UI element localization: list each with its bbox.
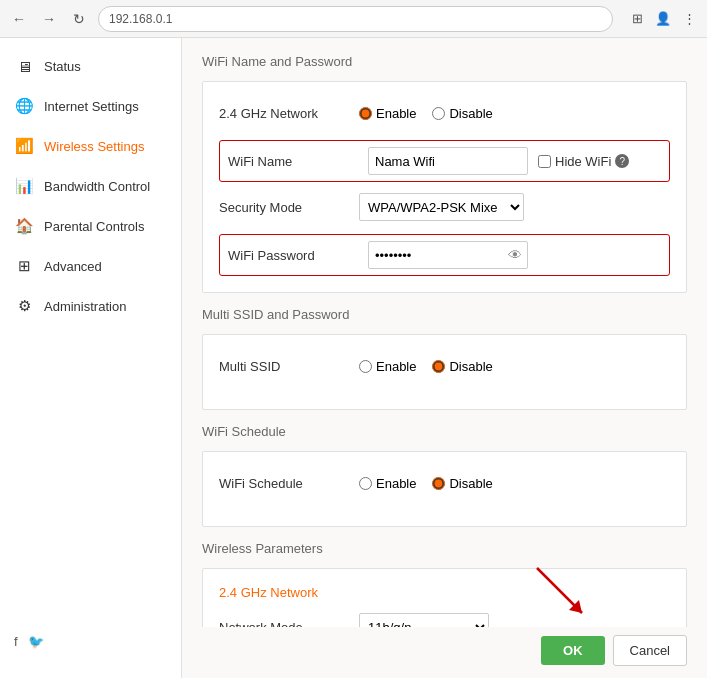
multi-ssid-enable-radio[interactable] — [359, 360, 372, 373]
status-icon: 🖥 — [14, 56, 34, 76]
wireless-params-title: Wireless Parameters — [202, 541, 687, 556]
sidebar-item-status[interactable]: 🖥 Status — [0, 46, 181, 86]
parental-icon: 🏠 — [14, 216, 34, 236]
multi-ssid-disable-text: Disable — [449, 359, 492, 374]
wireless-params-card: 2.4 GHz Network Network Mode 11b/g/n 11b… — [202, 568, 687, 627]
bandwidth-icon: 📊 — [14, 176, 34, 196]
eye-icon[interactable]: 👁 — [508, 247, 522, 263]
sidebar-item-wireless-settings[interactable]: 📶 Wireless Settings — [0, 126, 181, 166]
wifi-schedule-enable-text: Enable — [376, 476, 416, 491]
sidebar-item-parental-controls[interactable]: 🏠 Parental Controls — [0, 206, 181, 246]
network-24-radio-group: Enable Disable — [359, 106, 670, 121]
back-button[interactable]: ← — [8, 8, 30, 30]
sidebar-label-parental: Parental Controls — [44, 219, 144, 234]
network-24-disable-text: Disable — [449, 106, 492, 121]
sidebar-label-wireless: Wireless Settings — [44, 139, 144, 154]
wifi-schedule-card: WiFi Schedule Enable Disable — [202, 451, 687, 527]
multi-ssid-title: Multi SSID and Password — [202, 307, 687, 322]
network-mode-row: Network Mode 11b/g/n 11b/g 11n 11b — [219, 612, 670, 627]
network-24-enable-radio[interactable] — [359, 107, 372, 120]
sidebar-label-status: Status — [44, 59, 81, 74]
profile-icon: 👤 — [653, 9, 673, 29]
multi-ssid-disable-label[interactable]: Disable — [432, 359, 492, 374]
network-24-enable-label[interactable]: Enable — [359, 106, 416, 121]
sidebar-item-administration[interactable]: ⚙ Administration — [0, 286, 181, 326]
multi-ssid-radio-group: Enable Disable — [359, 359, 670, 374]
wifi-schedule-label: WiFi Schedule — [219, 476, 359, 491]
password-input-wrap: 👁 — [368, 241, 528, 269]
browser-icons: ⊞ 👤 ⋮ — [627, 9, 699, 29]
cancel-button[interactable]: Cancel — [613, 635, 687, 666]
wifi-schedule-disable-radio[interactable] — [432, 477, 445, 490]
wifi-schedule-enable-radio[interactable] — [359, 477, 372, 490]
network-24-label: 2.4 GHz Network — [219, 106, 359, 121]
sidebar-item-bandwidth-control[interactable]: 📊 Bandwidth Control — [0, 166, 181, 206]
wifi-name-label: WiFi Name — [228, 154, 368, 169]
multi-ssid-row: Multi SSID Enable Disable — [219, 351, 670, 381]
address-bar[interactable]: 192.168.0.1 — [98, 6, 613, 32]
security-mode-label: Security Mode — [219, 200, 359, 215]
sidebar: 🖥 Status 🌐 Internet Settings 📶 Wireless … — [0, 38, 182, 678]
multi-ssid-disable-radio[interactable] — [432, 360, 445, 373]
sidebar-item-advanced[interactable]: ⊞ Advanced — [0, 246, 181, 286]
refresh-button[interactable]: ↻ — [68, 8, 90, 30]
wifi-password-input[interactable] — [368, 241, 528, 269]
security-mode-row: Security Mode WPA/WPA2-PSK Mixe WPA2-PSK… — [219, 192, 670, 222]
wifi-schedule-disable-text: Disable — [449, 476, 492, 491]
security-mode-select[interactable]: WPA/WPA2-PSK Mixe WPA2-PSK WPA-PSK None — [359, 193, 524, 221]
multi-ssid-enable-label[interactable]: Enable — [359, 359, 416, 374]
browser-chrome: ← → ↻ 192.168.0.1 ⊞ 👤 ⋮ — [0, 0, 707, 38]
sidebar-label-bandwidth: Bandwidth Control — [44, 179, 150, 194]
multi-ssid-card: Multi SSID Enable Disable — [202, 334, 687, 410]
wifi-schedule-row: WiFi Schedule Enable Disable — [219, 468, 670, 498]
hide-wifi-checkbox[interactable] — [538, 155, 551, 168]
forward-button[interactable]: → — [38, 8, 60, 30]
wifi-password-row: WiFi Password 👁 — [219, 234, 670, 276]
multi-ssid-label: Multi SSID — [219, 359, 359, 374]
wireless-icon: 📶 — [14, 136, 34, 156]
wifi-schedule-radio-group: Enable Disable — [359, 476, 670, 491]
extensions-icon: ⊞ — [627, 9, 647, 29]
wifi-name-row: WiFi Name Hide WiFi ? — [219, 140, 670, 182]
advanced-icon: ⊞ — [14, 256, 34, 276]
sidebar-item-internet-settings[interactable]: 🌐 Internet Settings — [0, 86, 181, 126]
network-24-params-label: 2.4 GHz Network — [219, 585, 670, 600]
network-mode-select[interactable]: 11b/g/n 11b/g 11n 11b — [359, 613, 489, 627]
network-24-enable-text: Enable — [376, 106, 416, 121]
hide-wifi-label[interactable]: Hide WiFi ? — [538, 154, 629, 169]
twitter-link[interactable]: 🐦 — [28, 634, 44, 649]
wifi-schedule-title: WiFi Schedule — [202, 424, 687, 439]
question-mark[interactable]: ? — [615, 154, 629, 168]
wifi-name-password-card: 2.4 GHz Network Enable Disable — [202, 81, 687, 293]
sidebar-label-administration: Administration — [44, 299, 126, 314]
wifi-name-password-title: WiFi Name and Password — [202, 54, 687, 69]
url-text: 192.168.0.1 — [109, 12, 172, 26]
network-24-disable-label[interactable]: Disable — [432, 106, 492, 121]
network-mode-label: Network Mode — [219, 620, 359, 628]
wifi-password-label: WiFi Password — [228, 248, 368, 263]
administration-icon: ⚙ — [14, 296, 34, 316]
hide-wifi-text: Hide WiFi — [555, 154, 611, 169]
button-row: OK Cancel — [182, 627, 707, 678]
wifi-schedule-enable-label[interactable]: Enable — [359, 476, 416, 491]
facebook-link[interactable]: f — [14, 634, 18, 649]
wifi-schedule-disable-label[interactable]: Disable — [432, 476, 492, 491]
sidebar-label-internet: Internet Settings — [44, 99, 139, 114]
ok-button[interactable]: OK — [541, 636, 605, 665]
network-24-disable-radio[interactable] — [432, 107, 445, 120]
menu-icon: ⋮ — [679, 9, 699, 29]
multi-ssid-enable-text: Enable — [376, 359, 416, 374]
network-24-row: 2.4 GHz Network Enable Disable — [219, 98, 670, 128]
sidebar-label-advanced: Advanced — [44, 259, 102, 274]
wifi-name-input[interactable] — [368, 147, 528, 175]
internet-icon: 🌐 — [14, 96, 34, 116]
main-content: WiFi Name and Password 2.4 GHz Network E… — [182, 38, 707, 627]
